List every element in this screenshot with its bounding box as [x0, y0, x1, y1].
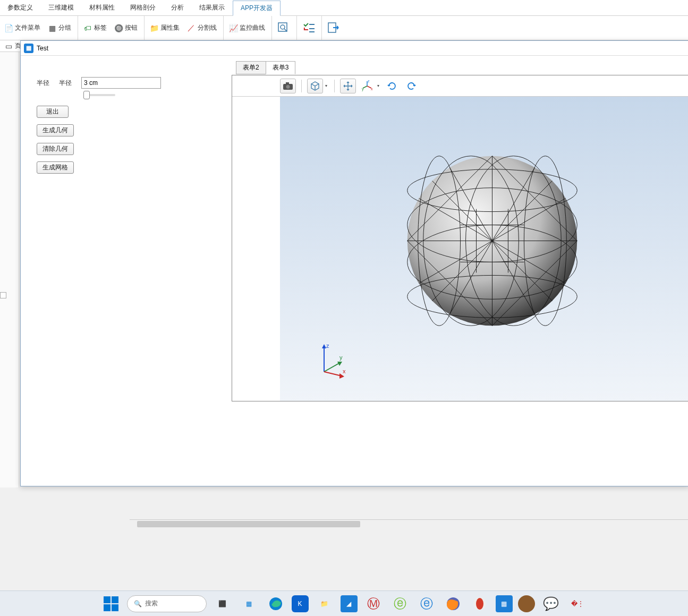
- form-tab-3[interactable]: 表单3: [266, 61, 296, 74]
- page-icon: ▭: [4, 42, 13, 50]
- svg-point-1: [281, 25, 285, 29]
- taskbar-app-k[interactable]: K: [292, 595, 309, 612]
- radius-input[interactable]: [81, 77, 161, 89]
- ribbon-propset-text: 属性集: [160, 23, 180, 32]
- tab-mesh[interactable]: 网格剖分: [123, 0, 164, 15]
- test-right-panel: 表单2 表单3 ▾: [231, 56, 688, 486]
- divider-icon: ／: [187, 24, 196, 32]
- taskbar-ie-green-icon[interactable]: ⓔ: [389, 593, 411, 614]
- ribbon-file-menu[interactable]: 📄 文件菜单: [2, 22, 43, 33]
- scrollbar-thumb[interactable]: [137, 521, 360, 527]
- ribbon-button[interactable]: 🔘 按钮: [112, 22, 140, 33]
- axes-button[interactable]: z x y: [359, 79, 375, 93]
- main-menu-tabs: 参数定义 三维建模 材料属性 网格剖分 分析 结果展示 APP开发器: [0, 0, 688, 16]
- param-label: 半径: [59, 79, 72, 88]
- app-logo-icon: ▦: [24, 44, 33, 53]
- taskbar-opera-icon[interactable]: [469, 593, 490, 614]
- search-icon: 🔍: [134, 600, 142, 608]
- left-dock-panel: [0, 52, 19, 487]
- axis-x-label: x: [343, 368, 346, 374]
- svg-point-9: [286, 85, 290, 89]
- ribbon-monitor-curve[interactable]: 📈 监控曲线: [227, 22, 267, 33]
- svg-marker-42: [322, 344, 326, 348]
- taskbar-app-box-icon[interactable]: ▦: [496, 595, 513, 612]
- ribbon-button-text: 按钮: [125, 23, 138, 32]
- viewer-toolbar: ▾ z x: [232, 75, 688, 97]
- ribbon-group[interactable]: ▦ 分组: [46, 22, 73, 33]
- taskbar-explorer-icon[interactable]: 📁: [314, 593, 335, 614]
- tab-3d-model[interactable]: 三维建模: [41, 0, 82, 15]
- ribbon-export-icon[interactable]: [325, 20, 342, 37]
- button-icon: 🔘: [114, 24, 123, 32]
- ribbon-file-menu-label: 文件菜单: [15, 23, 40, 32]
- monitor-curve-icon: 📈: [229, 24, 237, 32]
- axis-gizmo: z y x: [316, 343, 348, 374]
- test-titlebar[interactable]: ▦ Test: [21, 41, 688, 56]
- form-tabs: 表单2 表单3: [236, 61, 295, 74]
- exit-button[interactable]: 退出: [37, 106, 69, 118]
- param-group-label: 半径: [37, 79, 49, 88]
- taskbar-wechat-icon[interactable]: 💬: [540, 593, 562, 614]
- 3d-viewport[interactable]: z y x: [280, 97, 688, 401]
- windows-taskbar: 🔍 搜索 ⬛ ▦ K 📁 ◢ Ⓜ ⓔ ⓔ ▦ 💬 �⋮: [0, 591, 688, 616]
- radius-slider[interactable]: [83, 94, 115, 96]
- horizontal-scrollbar[interactable]: [130, 519, 688, 529]
- t-ab-param-def[interactable]: 参数定义: [0, 0, 41, 15]
- taskbar-firefox-icon[interactable]: [443, 593, 464, 614]
- svg-point-50: [476, 598, 483, 610]
- panel-collapse-handle[interactable]: [0, 292, 6, 298]
- ribbon-label-text: 标签: [94, 23, 107, 32]
- ribbon-monitor-curve-text: 监控曲线: [240, 23, 265, 32]
- axis-z-label: z: [326, 343, 329, 349]
- generate-geometry-button[interactable]: 生成几何: [37, 124, 74, 136]
- start-button[interactable]: [100, 593, 122, 614]
- move-button[interactable]: [340, 79, 356, 93]
- ribbon-zoom-icon[interactable]: [275, 20, 292, 37]
- tab-analysis[interactable]: 分析: [164, 0, 192, 15]
- ribbon-group-label: 分组: [58, 23, 71, 32]
- cube-view-button[interactable]: [307, 79, 323, 93]
- svg-text:x: x: [371, 87, 373, 91]
- search-placeholder: 搜索: [145, 599, 158, 608]
- ribbon-toolbar: 📄 文件菜单 ▦ 分组 🏷 标签 🔘 按钮 📁 属性集: [0, 16, 688, 40]
- tab-material[interactable]: 材料属性: [82, 0, 123, 15]
- group-icon: ▦: [48, 24, 56, 32]
- taskbar-avatar-icon[interactable]: [518, 595, 535, 612]
- svg-text:y: y: [362, 87, 364, 91]
- camera-button[interactable]: [280, 79, 296, 93]
- tab-app-dev[interactable]: APP开发器: [233, 1, 281, 16]
- ribbon-propset[interactable]: 📁 属性集: [148, 22, 182, 33]
- slider-thumb[interactable]: [83, 91, 90, 99]
- test-app-window: ▦ Test 半径 半径 退出 生成几何 清除几何 生成网格 表单2 表单3: [20, 40, 688, 486]
- generate-mesh-button[interactable]: 生成网格: [37, 161, 74, 174]
- rotate-cw-button[interactable]: [403, 79, 419, 93]
- svg-line-45: [324, 372, 342, 376]
- taskbar-app-blue[interactable]: ◢: [341, 595, 358, 612]
- svg-rect-8: [286, 82, 289, 84]
- taskbar-mcafee-icon[interactable]: Ⓜ: [363, 593, 384, 614]
- taskbar-edge-icon[interactable]: [265, 593, 286, 614]
- taskbar-app-1[interactable]: ▦: [239, 593, 260, 614]
- svg-text:z: z: [368, 80, 370, 83]
- ribbon-divider[interactable]: ／ 分割线: [185, 22, 219, 33]
- tab-results[interactable]: 结果展示: [192, 0, 233, 15]
- ribbon-divider-text: 分割线: [198, 23, 217, 32]
- viewer-frame: ▾ z x: [232, 75, 688, 401]
- cube-view-dropdown[interactable]: ▾: [324, 83, 329, 88]
- rotate-ccw-button[interactable]: [384, 79, 400, 93]
- ribbon-checklist-icon[interactable]: [300, 20, 317, 37]
- taskbar-ie-blue-icon[interactable]: ⓔ: [416, 593, 437, 614]
- ribbon-label[interactable]: 🏷 标签: [81, 22, 109, 33]
- axis-y-label: y: [339, 354, 343, 361]
- taskbar-more-icon[interactable]: �⋮: [567, 593, 588, 614]
- task-view-icon[interactable]: ⬛: [212, 593, 233, 614]
- svg-line-43: [324, 363, 340, 372]
- propset-icon: 📁: [150, 24, 158, 32]
- taskbar-search[interactable]: 🔍 搜索: [127, 595, 207, 612]
- axes-dropdown[interactable]: ▾: [376, 83, 381, 88]
- form-tab-2[interactable]: 表单2: [236, 61, 266, 74]
- file-menu-icon: 📄: [4, 24, 13, 32]
- clear-geometry-button[interactable]: 清除几何: [37, 143, 74, 155]
- test-window-title: Test: [37, 45, 48, 52]
- windows-logo-icon: [104, 596, 118, 611]
